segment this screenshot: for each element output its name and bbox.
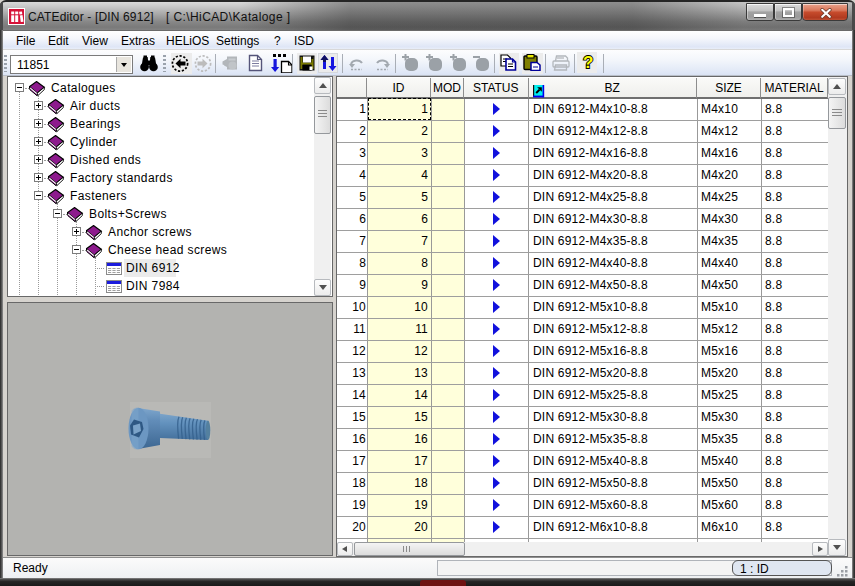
svg-text:?: ? bbox=[583, 53, 593, 72]
